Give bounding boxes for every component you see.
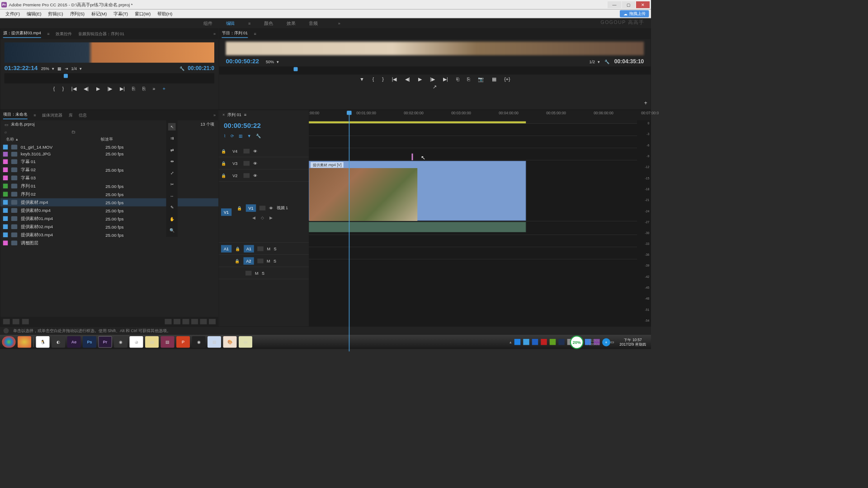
linked-icon[interactable]: ⟳ xyxy=(231,134,234,139)
project-item[interactable]: keyb.3101.JPG 25.00 fps xyxy=(0,150,218,158)
ws-effects[interactable]: 效果 xyxy=(287,20,296,27)
track-a2-body[interactable] xyxy=(309,235,651,247)
next-kf-icon[interactable]: ▶ xyxy=(269,215,273,220)
step-fwd-icon[interactable]: |▶ xyxy=(430,77,435,82)
project-item[interactable]: 提供素材02.mp4 25.00 fps xyxy=(0,223,218,231)
overflow-icon[interactable]: » xyxy=(213,113,216,118)
program-ruler[interactable] xyxy=(219,66,651,75)
ps-icon[interactable]: Ps xyxy=(83,336,96,348)
program-fit[interactable]: 1/2 ▾ xyxy=(590,59,600,64)
tray-icon[interactable] xyxy=(523,339,529,345)
sticky-icon[interactable]: ▭ xyxy=(239,336,252,348)
upload-badge[interactable]: ☁ 拖拽上传 xyxy=(620,10,649,18)
go-out-icon[interactable]: ▶| xyxy=(120,86,125,92)
net-plus-icon[interactable]: + xyxy=(602,338,610,347)
sync-icon[interactable] xyxy=(257,258,264,263)
export-icon[interactable]: ↗ xyxy=(433,84,437,89)
maximize-button[interactable]: ▢ xyxy=(622,1,636,8)
rate-stretch-icon[interactable]: ⤢ xyxy=(168,169,176,177)
minimize-button[interactable]: — xyxy=(608,1,621,8)
markers-icon[interactable]: ▥ xyxy=(239,134,242,139)
sync-icon[interactable] xyxy=(244,173,250,178)
track-select-icon[interactable]: ⇉ xyxy=(168,135,176,142)
sync-icon[interactable] xyxy=(259,206,266,211)
search-icon[interactable]: ⌕ xyxy=(5,130,7,135)
menu-item[interactable]: 剪辑(C) xyxy=(45,11,66,17)
eye-icon[interactable]: 👁 xyxy=(253,149,257,154)
timeline-ruler[interactable]: :00:0000:01:00:0000:02:00:0000:03:00:000… xyxy=(309,110,651,124)
close-button[interactable]: ✕ xyxy=(636,1,650,8)
seq-name[interactable]: 序列 01 xyxy=(227,112,241,118)
tray-icon[interactable] xyxy=(550,339,556,345)
start-button[interactable] xyxy=(2,336,16,348)
network-badge[interactable]: 20% ↑ 812K/s ↓ 286K/s + xyxy=(570,336,610,349)
audio-mixer-tab[interactable]: 音频剪辑混合器：序列 01 xyxy=(78,31,125,37)
track-a1-body[interactable] xyxy=(309,221,651,235)
panel-menu-icon[interactable]: ≡ xyxy=(33,113,36,118)
zoom-icon[interactable]: 🔍 xyxy=(168,227,176,235)
paint-icon[interactable]: 🎨 xyxy=(223,336,237,348)
lock-icon[interactable]: 🔒 xyxy=(235,246,241,251)
source-fit[interactable]: 1/4 ▾ xyxy=(71,66,82,71)
tray-chev-icon[interactable]: ▴ xyxy=(509,340,512,345)
ws-assembly[interactable]: 组件 xyxy=(203,20,212,27)
razor-icon[interactable]: ✂ xyxy=(168,181,176,188)
freeform-icon[interactable] xyxy=(22,319,29,324)
project-item[interactable]: 提供素材03.mp4 25.00 fps xyxy=(0,231,218,239)
qq-icon[interactable]: 🐧 xyxy=(36,336,50,348)
project-item[interactable]: 字幕 03 xyxy=(0,174,218,182)
audio-clip[interactable] xyxy=(309,222,526,232)
col-name[interactable]: 名称 xyxy=(6,136,14,142)
automate-icon[interactable] xyxy=(174,319,180,324)
fx-controls-tab[interactable]: 效果控件 xyxy=(56,31,72,37)
mark-out-icon[interactable]: } xyxy=(382,77,384,82)
solo-icon[interactable]: S xyxy=(262,271,264,276)
selection-tool-icon[interactable]: ↖ xyxy=(168,123,176,131)
sync-icon[interactable] xyxy=(258,246,264,251)
go-in-icon[interactable]: |◀ xyxy=(392,77,397,82)
sort-icon[interactable]: ▴ xyxy=(16,137,18,142)
panel-menu-icon[interactable]: ≡ xyxy=(254,32,256,37)
play-icon[interactable]: ▶ xyxy=(96,86,100,92)
source-tc-in[interactable]: 01:32:22:14 xyxy=(5,65,38,72)
lift-icon[interactable]: ⎗ xyxy=(456,77,459,82)
source-zoom[interactable]: 25% ▾ xyxy=(41,66,54,71)
eye-icon[interactable]: 👁 xyxy=(253,161,257,166)
project-tab[interactable]: 项目：未命名 xyxy=(3,111,28,119)
insert-icon[interactable]: ⎘ xyxy=(132,86,135,92)
pr-icon[interactable]: Pr xyxy=(99,336,112,348)
track-a1-target[interactable]: A1 xyxy=(244,245,254,253)
lock-icon[interactable]: 🔒 xyxy=(221,161,226,166)
track-v1-target[interactable]: V1 xyxy=(246,204,256,212)
track-v2-body[interactable] xyxy=(309,148,651,160)
menu-icon[interactable]: ≡ xyxy=(248,21,250,26)
step-back-icon[interactable]: ◀| xyxy=(405,77,410,82)
eye-icon[interactable]: 👁 xyxy=(253,173,257,178)
marker-icon[interactable]: ▼ xyxy=(359,77,364,82)
menu-item[interactable]: 文件(F) xyxy=(2,11,24,17)
more-icon[interactable]: » xyxy=(152,86,155,92)
snapshot-icon[interactable]: 📷 xyxy=(478,77,484,82)
pen-icon[interactable]: ✎ xyxy=(168,204,176,211)
add-button-icon[interactable]: + xyxy=(644,100,647,106)
new-item-icon[interactable] xyxy=(200,319,207,324)
extract-icon[interactable]: ⎘ xyxy=(467,77,470,82)
libraries-tab[interactable]: 库 xyxy=(69,113,73,118)
wrench-icon[interactable]: 🔧 xyxy=(604,59,609,64)
sync-icon[interactable] xyxy=(245,271,252,276)
solo-icon[interactable]: S xyxy=(274,246,277,251)
track-v4-body[interactable] xyxy=(309,124,651,136)
find-icon[interactable] xyxy=(183,319,189,324)
project-item[interactable]: 提供素材0.mp4 25.00 fps xyxy=(0,206,218,215)
handles-icon[interactable]: ⇥ xyxy=(65,66,68,71)
mark-out-icon[interactable]: } xyxy=(62,86,64,92)
safe-margins-icon[interactable]: {+} xyxy=(504,77,510,82)
icon-view-icon[interactable] xyxy=(13,319,19,324)
program-playhead[interactable] xyxy=(294,67,298,71)
track-v1-body[interactable]: 提供素材.mp4 [V] xyxy=(309,160,651,221)
menu-item[interactable]: 编辑(E) xyxy=(23,11,45,17)
notepad-icon[interactable]: ▤ xyxy=(208,336,221,348)
prev-kf-icon[interactable]: ◀ xyxy=(252,215,255,220)
lock-icon[interactable]: 🔒 xyxy=(221,173,226,178)
sync-icon[interactable] xyxy=(244,149,250,154)
